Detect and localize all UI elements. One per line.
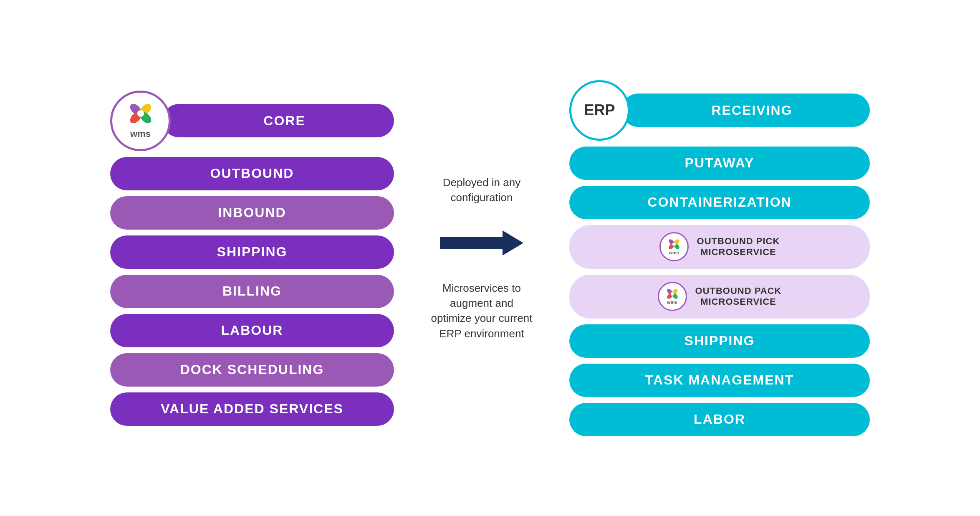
shipping-bar-right: SHIPPING	[569, 324, 870, 358]
billing-bar: BILLING	[110, 275, 394, 308]
core-bar-label: CORE	[263, 113, 305, 129]
outbound-pick-flower-icon	[666, 238, 682, 250]
erp-circle: ERP	[569, 80, 630, 141]
svg-marker-5	[440, 230, 523, 255]
outbound-pack-label: OUTBOUND PACKMICROSERVICE	[695, 286, 782, 307]
main-container: wms CORE OUTBOUND INBOUND SHIPPING BILLI…	[0, 0, 980, 516]
putaway-bar-label: PUTAWAY	[685, 155, 755, 171]
microservices-text: Microservices toaugment andoptimize your…	[431, 281, 533, 341]
outbound-pack-wms-logo: wms	[658, 282, 687, 311]
labour-bar-label: LABOUR	[221, 323, 283, 338]
containerization-bar-label: CONTAINERIZATION	[647, 195, 791, 210]
left-column: wms CORE OUTBOUND INBOUND SHIPPING BILLI…	[110, 91, 394, 426]
wms-logo-circle: wms	[110, 91, 171, 151]
left-header: wms CORE	[110, 91, 394, 151]
value-added-services-bar: VALUE ADDED SERVICES	[110, 392, 394, 426]
right-arrow-icon	[440, 230, 523, 255]
wms-logo-text: wms	[130, 129, 151, 139]
outbound-pick-wms-text: wms	[669, 250, 679, 255]
dock-scheduling-bar: DOCK SCHEDULING	[110, 353, 394, 387]
outbound-bar: OUTBOUND	[110, 157, 394, 190]
inbound-bar: INBOUND	[110, 196, 394, 230]
erp-label: ERP	[584, 101, 615, 119]
shipping-bar-left: SHIPPING	[110, 235, 394, 269]
value-added-services-bar-label: VALUE ADDED SERVICES	[161, 401, 344, 417]
labor-bar: LABOR	[569, 403, 870, 436]
shipping-bar-right-label: SHIPPING	[684, 333, 755, 349]
outbound-pack-wms-text: wms	[667, 300, 677, 305]
task-management-bar-label: TASK MANAGEMENT	[645, 372, 794, 388]
labour-bar: LABOUR	[110, 314, 394, 347]
dock-scheduling-bar-label: DOCK SCHEDULING	[180, 362, 324, 377]
arrow-container	[440, 230, 523, 255]
outbound-pick-label: OUTBOUND PICKMICROSERVICE	[697, 236, 780, 258]
task-management-bar: TASK MANAGEMENT	[569, 364, 870, 397]
svg-point-15	[671, 292, 674, 296]
inbound-bar-label: INBOUND	[218, 205, 286, 220]
svg-point-10	[672, 243, 676, 246]
svg-point-4	[137, 110, 144, 117]
putaway-bar: PUTAWAY	[569, 147, 870, 180]
receiving-bar-label: RECEIVING	[711, 103, 792, 118]
receiving-bar: RECEIVING	[621, 94, 870, 127]
right-column: ERP RECEIVING PUTAWAY CONTAINERIZATION	[569, 80, 870, 436]
outbound-pick-microservice-bar: wms OUTBOUND PICKMICROSERVICE	[569, 225, 870, 269]
deployed-text: Deployed in anyconfiguration	[443, 175, 520, 205]
shipping-bar-left-label: SHIPPING	[217, 244, 288, 260]
containerization-bar: CONTAINERIZATION	[569, 186, 870, 219]
billing-bar-label: BILLING	[222, 283, 282, 299]
outbound-bar-label: OUTBOUND	[210, 166, 294, 181]
right-header: ERP RECEIVING	[569, 80, 870, 141]
wms-flower-icon	[124, 102, 157, 127]
labor-bar-label: LABOR	[694, 412, 745, 427]
outbound-pack-flower-icon	[664, 288, 680, 300]
middle-column: Deployed in anyconfiguration Microservic…	[394, 175, 569, 341]
core-bar: CORE	[162, 104, 394, 137]
outbound-pick-wms-logo: wms	[659, 232, 689, 261]
outbound-pack-microservice-bar: wms OUTBOUND PACKMICROSERVICE	[569, 275, 870, 319]
